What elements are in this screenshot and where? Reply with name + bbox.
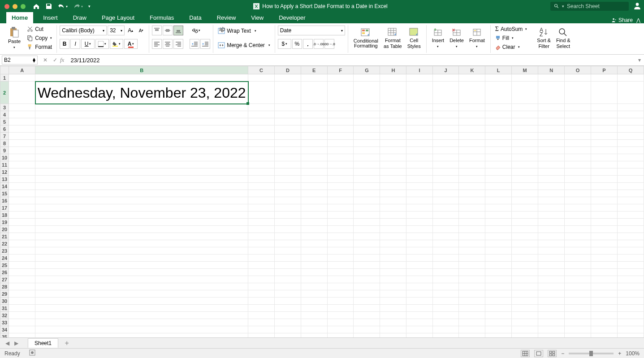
cell[interactable] [274,82,301,104]
cell[interactable] [301,233,327,240]
cell[interactable] [538,125,565,133]
cell[interactable] [327,240,354,247]
cell[interactable] [512,74,538,82]
cell[interactable] [459,161,485,168]
tab-data[interactable]: Data [184,12,207,23]
cell[interactable] [9,269,35,276]
cell[interactable] [35,298,248,305]
cell[interactable] [274,240,301,247]
cell[interactable] [459,233,485,240]
cell[interactable] [565,254,591,262]
cell[interactable] [591,226,618,233]
row-header[interactable]: 21 [0,233,9,240]
cell[interactable] [538,118,565,125]
cell[interactable] [327,118,354,125]
cell[interactable] [301,319,327,326]
column-header[interactable]: J [432,66,459,74]
cell[interactable] [301,247,327,254]
zoom-level[interactable]: 100% [626,350,640,357]
percent-button[interactable]: % [292,39,302,49]
cell[interactable] [327,290,354,298]
fx-icon[interactable]: fx [60,56,64,64]
cell[interactable] [512,233,538,240]
cell[interactable] [565,247,591,254]
cell[interactable] [565,104,591,111]
cell[interactable] [380,312,406,319]
row-header[interactable]: 32 [0,312,9,319]
cell[interactable] [485,240,512,247]
row-header[interactable]: 28 [0,283,9,290]
row-header[interactable]: 5 [0,118,9,125]
row-header[interactable]: 29 [0,290,9,298]
cell[interactable] [617,283,644,290]
cell[interactable] [459,197,485,204]
cell[interactable] [485,147,512,154]
cell[interactable] [459,154,485,161]
cell[interactable] [274,74,301,82]
cell[interactable] [354,74,380,82]
cell[interactable] [248,190,275,197]
align-right-button[interactable] [173,39,183,49]
cell[interactable] [406,298,432,305]
cell[interactable] [617,118,644,125]
cell[interactable] [512,204,538,211]
cell[interactable] [432,219,459,226]
cell[interactable] [485,111,512,118]
cell[interactable] [617,104,644,111]
cell[interactable] [248,276,275,283]
cell[interactable] [327,168,354,176]
cell[interactable] [459,211,485,219]
cell[interactable] [9,161,35,168]
cell[interactable] [538,140,565,147]
cell[interactable] [432,276,459,283]
cell[interactable] [274,104,301,111]
cell[interactable]: Wednesday, November 23, 2022 [35,82,248,104]
format-cells-button[interactable]: Format▾ [467,25,488,51]
cell[interactable] [617,276,644,283]
cell[interactable] [354,269,380,276]
cell[interactable] [485,254,512,262]
borders-button[interactable]: ▾ [95,39,109,49]
cell[interactable] [406,254,432,262]
row-header[interactable]: 1 [0,74,9,82]
cell[interactable] [327,104,354,111]
cell[interactable] [538,190,565,197]
cell[interactable] [301,254,327,262]
cell[interactable] [406,290,432,298]
cell[interactable] [248,312,275,319]
cell[interactable] [512,290,538,298]
row-header[interactable]: 15 [0,190,9,197]
cell[interactable] [591,290,618,298]
cell[interactable] [432,333,459,338]
cell[interactable] [459,219,485,226]
cell[interactable] [565,262,591,269]
cell[interactable] [432,204,459,211]
cell[interactable] [459,283,485,290]
cell[interactable] [565,190,591,197]
cell[interactable] [485,211,512,219]
cell[interactable] [617,305,644,312]
cell[interactable] [35,168,248,176]
cell[interactable] [538,269,565,276]
cell[interactable] [9,140,35,147]
cell[interactable] [380,125,406,133]
cell[interactable] [9,190,35,197]
cell[interactable] [380,326,406,333]
cell[interactable] [485,276,512,283]
cell[interactable] [485,312,512,319]
cell[interactable] [35,283,248,290]
cell[interactable] [459,74,485,82]
cell[interactable] [301,168,327,176]
column-header[interactable]: G [354,66,380,74]
cell[interactable] [538,161,565,168]
row-header[interactable]: 17 [0,204,9,211]
cell[interactable] [301,290,327,298]
cell[interactable] [327,283,354,290]
cell[interactable] [459,319,485,326]
cell[interactable] [565,82,591,104]
cell[interactable] [274,161,301,168]
cell[interactable] [565,226,591,233]
cell[interactable] [248,305,275,312]
cell[interactable] [617,183,644,190]
cell[interactable] [512,326,538,333]
